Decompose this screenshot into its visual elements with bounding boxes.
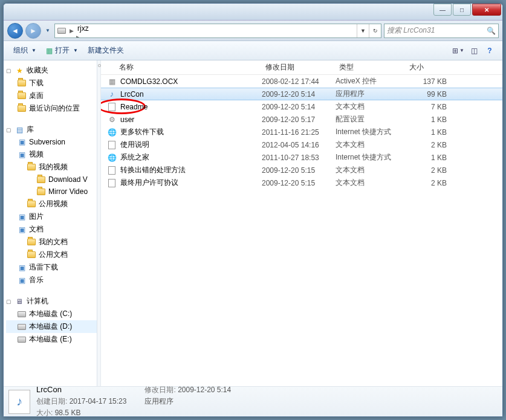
- nav-item[interactable]: 公用文档: [6, 248, 97, 261]
- doc-icon: [108, 103, 115, 111]
- col-date[interactable]: 修改日期: [262, 60, 336, 74]
- ini-icon: ⚙: [109, 115, 115, 124]
- doc-icon: [108, 141, 115, 149]
- file-type: 配置设置: [336, 114, 406, 124]
- minimize-button[interactable]: —: [433, 4, 452, 16]
- nav-item[interactable]: Mirror Video: [6, 186, 97, 198]
- file-name: 系统之家: [120, 152, 149, 163]
- file-name: 使用说明: [120, 140, 149, 150]
- nav-item[interactable]: 最近访问的位置: [6, 102, 97, 115]
- command-bar: 组织▼ ▦打开▼ 新建文件夹 ⊞ ▼ ◫ ?: [4, 41, 502, 60]
- file-type: ActiveX 控件: [336, 76, 406, 86]
- library-icon: ▣: [17, 137, 27, 147]
- nav-item[interactable]: ▣图片: [6, 210, 97, 223]
- col-name[interactable]: 名称: [101, 60, 262, 74]
- breadcrumb-segment[interactable]: rjxz: [75, 24, 123, 33]
- nav-forward-button[interactable]: ►: [25, 23, 41, 39]
- column-headers: 名称 修改日期 类型 大小: [101, 60, 502, 75]
- open-icon: ▦: [46, 47, 53, 55]
- nav-drive[interactable]: 本地磁盘 (C:): [6, 308, 97, 320]
- file-name: Readme: [120, 103, 148, 111]
- file-row[interactable]: 最终用户许可协议2009-12-20 5:15文本文档2 KB: [101, 176, 502, 189]
- new-folder-button[interactable]: 新建文件夹: [83, 43, 129, 58]
- explorer-window: — □ ✕ ◄ ► ▼ ▶ 计算机▶本地磁盘 (D:)▶rjxz▶LRC_Too…: [3, 3, 503, 417]
- nav-history-dropdown[interactable]: ▼: [44, 25, 52, 37]
- help-button[interactable]: ?: [482, 44, 498, 57]
- file-row[interactable]: 转换出错的处理方法2009-12-20 5:15文本文档2 KB: [101, 164, 502, 176]
- nav-item[interactable]: ▣文档: [6, 223, 97, 236]
- file-name: user: [120, 115, 134, 124]
- nav-item[interactable]: ▣Subversion: [6, 136, 97, 148]
- folder-icon: [27, 250, 36, 260]
- file-name: COMDLG32.OCX: [120, 77, 178, 86]
- nav-item[interactable]: ▣音乐: [6, 274, 97, 286]
- file-row[interactable]: 使用说明2012-04-05 14:16文本文档2 KB: [101, 138, 502, 151]
- library-icon: ▣: [17, 276, 27, 285]
- organize-menu[interactable]: 组织▼: [8, 43, 41, 58]
- folder-icon: [27, 237, 36, 247]
- file-rows[interactable]: ▦COMDLG32.OCX2008-02-12 17:44ActiveX 控件1…: [101, 75, 502, 386]
- file-list-pane: 名称 修改日期 类型 大小 ▦COMDLG32.OCX2008-02-12 17…: [101, 60, 502, 386]
- nav-item[interactable]: 下载: [6, 77, 97, 89]
- open-button[interactable]: ▦打开▼: [41, 43, 83, 58]
- url-icon: 🌐: [108, 153, 117, 162]
- nav-drive[interactable]: 本地磁盘 (E:): [6, 333, 97, 346]
- nav-item[interactable]: 我的文档: [6, 236, 97, 248]
- search-input[interactable]: 搜索 LrcCon31 🔍: [384, 24, 499, 38]
- nav-item[interactable]: ▣视频: [6, 148, 97, 161]
- file-row[interactable]: 🌐系统之家2011-10-27 18:53Internet 快捷方式1 KB: [101, 151, 502, 164]
- details-name: LrcCon: [36, 385, 62, 394]
- navigation-pane[interactable]: ▢★收藏夹 下载桌面最近访问的位置 ▢▤库 ▣Subversion▣视频我的视频…: [4, 60, 97, 386]
- crumb-sep[interactable]: ▶: [75, 34, 82, 38]
- address-dropdown[interactable]: ▼: [357, 24, 369, 37]
- maximize-button[interactable]: □: [453, 4, 471, 16]
- preview-pane-button[interactable]: ◫: [466, 44, 482, 57]
- search-placeholder: 搜索 LrcCon31: [387, 25, 435, 36]
- crumb-sep[interactable]: ▶: [68, 28, 75, 34]
- nav-item[interactable]: ▣迅雷下载: [6, 261, 97, 274]
- folder-icon: [36, 175, 46, 184]
- file-row[interactable]: ▦COMDLG32.OCX2008-02-12 17:44ActiveX 控件1…: [101, 75, 502, 88]
- file-row[interactable]: ⚙user2009-12-20 5:17配置设置1 KB: [101, 113, 502, 126]
- folder-icon: [27, 199, 36, 209]
- file-row[interactable]: ♪LrcCon2009-12-20 5:14应用程序99 KB: [101, 88, 502, 100]
- url-icon: 🌐: [108, 128, 117, 137]
- file-type: 应用程序: [336, 89, 406, 99]
- nav-item[interactable]: 我的视频: [6, 161, 97, 173]
- computer-icon: 🖥: [15, 297, 24, 306]
- refresh-button[interactable]: ↻: [369, 24, 381, 37]
- file-row[interactable]: Readme2009-12-20 5:14文本文档7 KB: [101, 100, 502, 113]
- library-icon: ▣: [17, 150, 27, 160]
- file-date: 2011-10-27 18:53: [262, 153, 336, 162]
- file-date: 2011-11-16 21:25: [262, 128, 336, 137]
- library-icon: ▣: [17, 225, 27, 234]
- address-bar-row: ◄ ► ▼ ▶ 计算机▶本地磁盘 (D:)▶rjxz▶LRC_Tools▶Lrc…: [4, 21, 502, 41]
- location-icon: [55, 24, 68, 37]
- file-type: 文本文档: [336, 165, 406, 175]
- close-button[interactable]: ✕: [472, 4, 501, 16]
- libraries-group[interactable]: ▢▤库: [6, 123, 97, 136]
- file-date: 2008-02-12 17:44: [262, 77, 336, 86]
- col-type[interactable]: 类型: [336, 60, 406, 74]
- nav-back-button[interactable]: ◄: [7, 23, 23, 39]
- file-type: 文本文档: [336, 178, 406, 188]
- titlebar[interactable]: — □ ✕: [4, 4, 502, 21]
- file-row[interactable]: 🌐更多软件下载2011-11-16 21:25Internet 快捷方式1 KB: [101, 126, 502, 138]
- view-options-button[interactable]: ⊞ ▼: [450, 44, 466, 57]
- nav-item[interactable]: 公用视频: [6, 198, 97, 210]
- library-icon: ▣: [17, 212, 27, 222]
- file-size: 2 KB: [406, 141, 452, 149]
- favorites-group[interactable]: ▢★收藏夹: [6, 64, 97, 77]
- file-name: 最终用户许可协议: [120, 178, 178, 188]
- nav-item[interactable]: 桌面: [6, 89, 97, 102]
- computer-group[interactable]: ▢🖥计算机: [6, 295, 97, 308]
- star-icon: ★: [15, 66, 24, 76]
- file-size: 137 KB: [406, 77, 452, 86]
- breadcrumb-bar[interactable]: ▶ 计算机▶本地磁盘 (D:)▶rjxz▶LRC_Tools▶LrcCon31▶…: [54, 24, 381, 38]
- col-size[interactable]: 大小: [406, 60, 452, 74]
- file-type: 文本文档: [336, 140, 406, 150]
- file-size: 2 KB: [406, 166, 452, 175]
- app-icon: ♪: [110, 89, 114, 99]
- nav-drive[interactable]: 本地磁盘 (D:): [6, 320, 97, 333]
- nav-item[interactable]: Download V: [6, 173, 97, 186]
